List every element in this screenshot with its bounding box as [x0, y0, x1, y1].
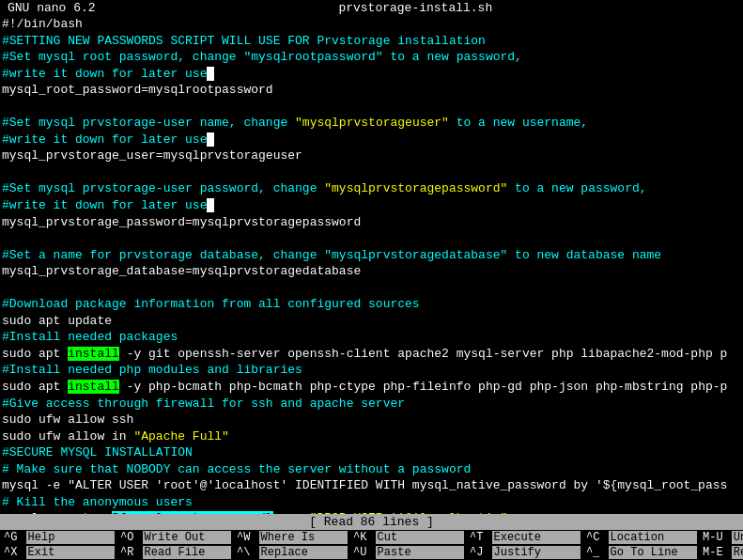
line-5: mysql_root_password=mysqlrootpassword [2, 82, 741, 99]
title-bar: GNU nano 6.2 prvstorage-install.sh [0, 0, 743, 16]
hotkey-redo[interactable]: M-E Redo [701, 546, 743, 559]
line-19: sudo apt update [2, 313, 741, 330]
hotkey-cut[interactable]: ^K Cut [351, 531, 464, 544]
hotkey-execute[interactable]: ^T Execute [468, 531, 580, 544]
hotkey-help[interactable]: ^G Help [2, 531, 115, 544]
hotkey-where-is[interactable]: ^W Where Is [235, 531, 348, 544]
line-21: sudo apt install -y git openssh-server o… [2, 346, 741, 363]
line-7: #Set mysql prvstorage-user name, change … [2, 115, 741, 132]
hotkey-justify[interactable]: ^J Justify [468, 546, 580, 559]
line-27: #SECURE MYSQL INSTALLATION [2, 444, 741, 461]
bottom-bar: [ Read 86 lines ] ^G Help^O Write Out^W … [0, 514, 743, 560]
line-23: sudo apt install -y php-bcmath php-bcmat… [2, 379, 741, 396]
line-15: #Set a name for prvstorage database, cha… [2, 247, 741, 264]
hotkey-undo[interactable]: M-U Undo [701, 531, 743, 544]
line-10 [2, 164, 741, 181]
line-13: mysql_prvstorage_password=mysqlprvstorag… [2, 214, 741, 231]
line-30: # Kill the anonymous users [2, 494, 741, 511]
line-14 [2, 230, 741, 247]
line-18: #Download package information from all c… [2, 296, 741, 313]
line-3: #Set mysql root password, change "mysqlr… [2, 49, 741, 66]
hotkey-read-file[interactable]: ^R Read File [118, 546, 231, 559]
hotkeys-row-1: ^G Help^O Write Out^W Where Is^K Cut^T E… [0, 530, 743, 545]
hotkey-paste[interactable]: ^U Paste [351, 546, 464, 559]
line-11: #Set mysql prvstorage-user password, cha… [2, 180, 741, 197]
line-4: #write it down for later use [2, 66, 741, 83]
content-area: #!/bin/bash#SETTING NEW PASSWORDS SCRIPT… [0, 16, 743, 514]
line-9: mysql_prvstorage_user=mysqlprvstorageuse… [2, 148, 741, 164]
line-8: #write it down for later use [2, 132, 741, 148]
line-16: mysql_prvstorage_database=mysqlprvstorag… [2, 263, 741, 280]
line-2: #SETTING NEW PASSWORDS SCRIPT WILL USE F… [2, 33, 741, 50]
hotkey-location[interactable]: ^C Location [584, 531, 697, 544]
hotkey-replace[interactable]: ^\ Replace [235, 546, 348, 559]
hotkey-write-out[interactable]: ^O Write Out [118, 531, 231, 544]
line-22: #Install needed php modules and librarie… [2, 362, 741, 379]
terminal: GNU nano 6.2 prvstorage-install.sh #!/bi… [0, 0, 743, 560]
hotkeys-row-2: ^X Exit^R Read File^\ Replace^U Paste^J … [0, 545, 743, 560]
title-center: prvstorage-install.sh [338, 1, 492, 15]
line-26: sudo ufw allow in "Apache Full" [2, 428, 741, 445]
line-29: mysql -e "ALTER USER 'root'@'localhost' … [2, 477, 741, 494]
line-12: #write it down for later use [2, 197, 741, 214]
line-28: # Make sure that NOBODY can access the s… [2, 461, 741, 478]
hotkey-exit[interactable]: ^X Exit [2, 546, 115, 559]
line-17 [2, 280, 741, 297]
line-24: #Give access through firewall for ssh an… [2, 396, 741, 412]
hotkey-go-to-line[interactable]: ^_ Go To Line [584, 546, 697, 559]
title-left: GNU nano 6.2 [8, 1, 96, 15]
line-25: sudo ufw allow ssh [2, 412, 741, 428]
line-20: #Install needed packages [2, 329, 741, 346]
line-1: #!/bin/bash [2, 16, 741, 33]
line-6 [2, 99, 741, 116]
status-line: [ Read 86 lines ] [0, 514, 743, 530]
